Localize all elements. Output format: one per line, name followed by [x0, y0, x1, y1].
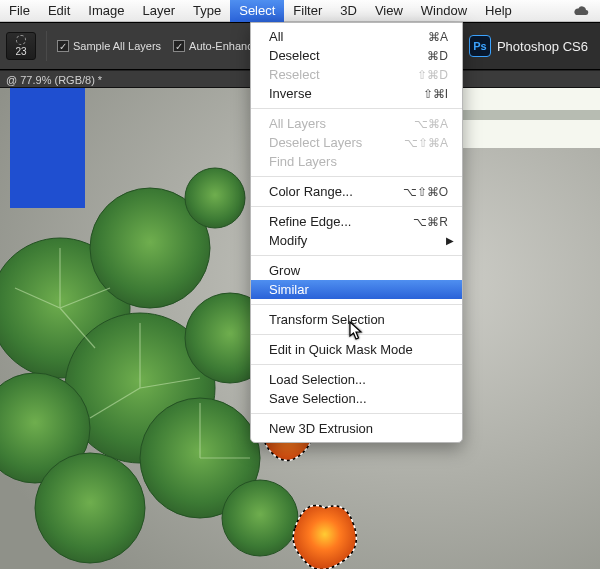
menu-view[interactable]: View [366, 0, 412, 22]
cloud-sync-icon[interactable] [562, 4, 600, 18]
menu-item-label: Save Selection... [269, 391, 448, 406]
menu-item-all-layers: All Layers⌥⌘A [251, 114, 462, 133]
menu-item-edit-in-quick-mask-mode[interactable]: Edit in Quick Mask Mode [251, 340, 462, 359]
document-tab-label: @ 77.9% (RGB/8) * [6, 74, 102, 86]
menu-item-inverse[interactable]: Inverse⇧⌘I [251, 84, 462, 103]
auto-enhance-checkbox[interactable]: ✓ Auto-Enhance [173, 40, 259, 52]
menu-image[interactable]: Image [79, 0, 133, 22]
select-menu: All⌘ADeselect⌘DReselect⇧⌘DInverse⇧⌘IAll … [250, 22, 463, 443]
app-name: Photoshop CS6 [497, 39, 588, 54]
menu-item-label: Find Layers [269, 154, 448, 169]
menu-item-shortcut: ⇧⌘D [392, 68, 448, 82]
menu-item-color-range[interactable]: Color Range...⌥⇧⌘O [251, 182, 462, 201]
menu-item-shortcut: ⌘D [392, 49, 448, 63]
menu-filter[interactable]: Filter [284, 0, 331, 22]
sample-all-layers-checkbox[interactable]: ✓ Sample All Layers [57, 40, 161, 52]
menu-item-label: Similar [269, 282, 448, 297]
menu-item-shortcut: ⌘A [392, 30, 448, 44]
menu-item-shortcut: ⇧⌘I [392, 87, 448, 101]
menu-item-label: All Layers [269, 116, 392, 131]
menu-item-label: Reselect [269, 67, 392, 82]
menu-item-deselect-layers: Deselect Layers⌥⇧⌘A [251, 133, 462, 152]
menu-item-label: All [269, 29, 392, 44]
submenu-arrow-icon: ▶ [446, 235, 454, 246]
menu-item-label: Transform Selection [269, 312, 448, 327]
menu-item-find-layers: Find Layers [251, 152, 462, 171]
menu-item-deselect[interactable]: Deselect⌘D [251, 46, 462, 65]
menu-item-transform-selection[interactable]: Transform Selection [251, 310, 462, 329]
menu-item-shortcut: ⌥⌘R [392, 215, 448, 229]
menu-3d[interactable]: 3D [331, 0, 366, 22]
menu-item-label: Inverse [269, 86, 392, 101]
menu-help[interactable]: Help [476, 0, 521, 22]
svg-point-11 [222, 480, 298, 556]
menu-item-label: Deselect [269, 48, 392, 63]
menu-layer[interactable]: Layer [134, 0, 185, 22]
menubar: FileEditImageLayerTypeSelectFilter3DView… [0, 0, 600, 22]
photoshop-icon: Ps [469, 35, 491, 57]
svg-point-10 [35, 453, 145, 563]
menu-item-refine-edge[interactable]: Refine Edge...⌥⌘R [251, 212, 462, 231]
menu-item-label: Color Range... [269, 184, 392, 199]
menu-item-load-selection[interactable]: Load Selection... [251, 370, 462, 389]
menu-item-grow[interactable]: Grow [251, 261, 462, 280]
menu-item-label: New 3D Extrusion [269, 421, 448, 436]
menu-file[interactable]: File [0, 0, 39, 22]
auto-enhance-label: Auto-Enhance [189, 40, 259, 52]
menu-item-reselect: Reselect⇧⌘D [251, 65, 462, 84]
menu-item-new-3d-extrusion[interactable]: New 3D Extrusion [251, 419, 462, 438]
menu-item-label: Grow [269, 263, 448, 278]
menu-select[interactable]: Select [230, 0, 284, 22]
menu-item-shortcut: ⌥⌘A [392, 117, 448, 131]
menu-type[interactable]: Type [184, 0, 230, 22]
menu-item-label: Deselect Layers [269, 135, 392, 150]
menu-item-modify[interactable]: Modify▶ [251, 231, 462, 250]
svg-rect-2 [460, 110, 600, 120]
menu-item-shortcut: ⌥⇧⌘O [392, 185, 448, 199]
app-badge: Ps Photoshop CS6 [457, 23, 600, 69]
tool-preset-picker[interactable]: 23 [6, 32, 36, 60]
menu-edit[interactable]: Edit [39, 0, 79, 22]
menu-item-label: Load Selection... [269, 372, 448, 387]
menu-item-label: Edit in Quick Mask Mode [269, 342, 448, 357]
menu-item-save-selection[interactable]: Save Selection... [251, 389, 462, 408]
menu-item-label: Modify [269, 233, 448, 248]
svg-rect-3 [10, 88, 85, 208]
menu-item-shortcut: ⌥⇧⌘A [392, 136, 448, 150]
menu-item-label: Refine Edge... [269, 214, 392, 229]
tool-size-value: 23 [15, 46, 26, 57]
sample-all-layers-label: Sample All Layers [73, 40, 161, 52]
menu-item-similar[interactable]: Similar [251, 280, 462, 299]
menu-window[interactable]: Window [412, 0, 476, 22]
svg-point-12 [185, 168, 245, 228]
menu-item-all[interactable]: All⌘A [251, 27, 462, 46]
